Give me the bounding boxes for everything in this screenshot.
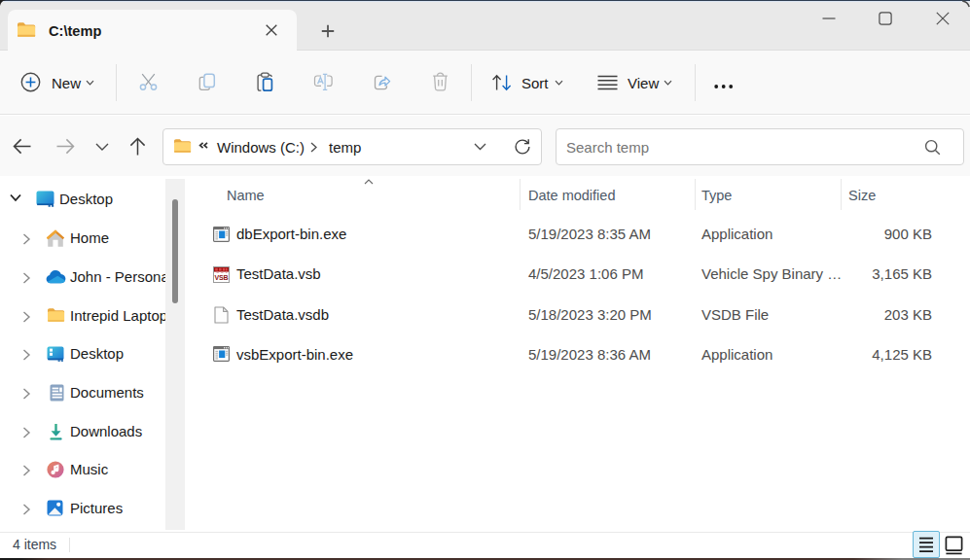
svg-text:VSB: VSB: [215, 274, 229, 281]
